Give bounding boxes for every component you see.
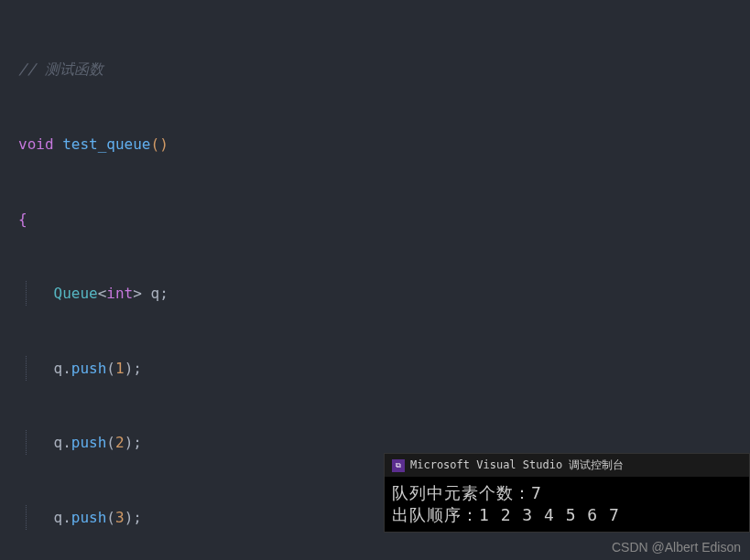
console-titlebar[interactable]: ⧉ Microsoft Visual Studio 调试控制台 — [385, 454, 749, 477]
code-line: { — [0, 207, 750, 232]
watermark: CSDN @Albert Edison — [612, 540, 741, 555]
code-line: q.push(2); — [0, 430, 750, 455]
comment: // 测试函数 — [18, 60, 103, 78]
code-line: void test_queue() — [0, 132, 750, 156]
vs-icon: ⧉ — [392, 459, 405, 472]
code-line: Queue<int> q; — [0, 281, 750, 306]
console-title: Microsoft Visual Studio 调试控制台 — [410, 458, 624, 473]
console-output: 队列中元素个数：7 出队顺序：1 2 3 4 5 6 7 — [385, 477, 749, 532]
code-line: // 测试函数 — [0, 57, 750, 81]
code-line: q.push(1); — [0, 356, 750, 381]
console-window[interactable]: ⧉ Microsoft Visual Studio 调试控制台 队列中元素个数：… — [384, 453, 750, 533]
